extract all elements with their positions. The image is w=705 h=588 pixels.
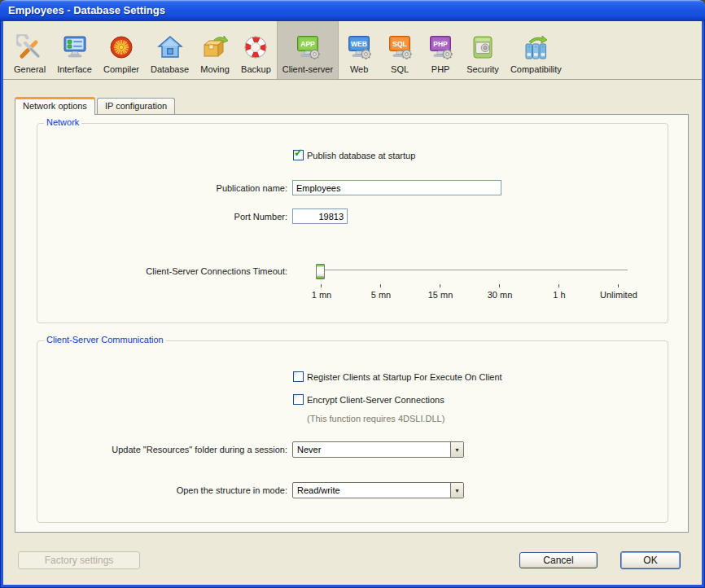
slider-tick bbox=[440, 284, 440, 287]
toolbar-item-label: Moving bbox=[200, 64, 229, 74]
network-group-title: Network bbox=[44, 117, 81, 127]
toolbar-item-label: Interface bbox=[57, 64, 92, 74]
toolbar-item-label: Backup bbox=[241, 64, 271, 74]
slider-label-unlimited: Unlimited bbox=[586, 290, 651, 300]
open-structure-dropdown[interactable]: Read/write ▼ bbox=[292, 482, 464, 498]
slider-label-30mn: 30 mn bbox=[467, 290, 532, 300]
toolbar-item-label: Database bbox=[151, 64, 189, 74]
toolbar-item-database[interactable]: Database bbox=[145, 21, 195, 79]
toolbar-item-label: Compiler bbox=[103, 64, 139, 74]
update-resources-value: Never bbox=[293, 442, 450, 457]
factory-settings-button[interactable]: Factory settings bbox=[18, 551, 140, 569]
toolbar-item-php[interactable]: PHP PHP bbox=[420, 21, 461, 79]
tab-content-area: Network options IP configuration Network… bbox=[3, 80, 702, 585]
toolbar-item-client-server[interactable]: APP Client-server bbox=[277, 21, 339, 79]
toolbar-item-label: Compatibility bbox=[510, 64, 562, 74]
dialog-body: General Interface bbox=[3, 21, 702, 585]
network-options-panel: Network ✓ Publish database at startup Pu… bbox=[15, 114, 689, 533]
open-structure-value: Read/write bbox=[293, 483, 450, 498]
chevron-down-icon[interactable]: ▼ bbox=[450, 483, 463, 498]
chevron-down-icon[interactable]: ▼ bbox=[450, 442, 463, 457]
checkbox-box[interactable]: ✓ bbox=[293, 150, 304, 160]
toolbar-item-backup[interactable]: Backup bbox=[235, 21, 277, 79]
toolbar-item-label: SQL bbox=[391, 64, 409, 74]
port-number-label: Port Number: bbox=[15, 212, 287, 222]
svg-text:WEB: WEB bbox=[351, 40, 367, 48]
tab-network-options[interactable]: Network options bbox=[15, 97, 95, 115]
encrypt-requirement-note: (This function requires 4DSLI.DLL) bbox=[307, 414, 444, 423]
tab-bar: Network options IP configuration bbox=[15, 97, 177, 114]
interface-monitor-icon bbox=[60, 33, 90, 63]
toolbar-item-label: General bbox=[14, 64, 46, 74]
safe-icon bbox=[468, 33, 497, 63]
slider-tick bbox=[558, 284, 559, 287]
slider-tick bbox=[618, 284, 619, 287]
publication-name-label: Publication name: bbox=[15, 183, 287, 193]
slider-label-15mn: 15 mn bbox=[408, 290, 473, 300]
slider-label-1mn: 1 mn bbox=[289, 290, 354, 300]
slider-tick bbox=[321, 284, 322, 287]
toolbar-item-web[interactable]: WEB Web bbox=[339, 21, 379, 79]
toolbar-item-interface[interactable]: Interface bbox=[51, 21, 98, 79]
timeout-slider-track[interactable] bbox=[320, 270, 628, 271]
checkbox-box[interactable] bbox=[293, 394, 304, 405]
toolbar-item-security[interactable]: Security bbox=[461, 21, 505, 79]
toolbar-item-label: Web bbox=[350, 64, 368, 74]
checkbox-box[interactable] bbox=[293, 371, 304, 382]
toolbar-item-label: Security bbox=[466, 64, 499, 74]
toolbar-item-label: Client-server bbox=[282, 64, 333, 74]
toolbar-item-sql[interactable]: SQL SQL bbox=[379, 21, 420, 79]
open-structure-label: Open the structure in mode: bbox=[15, 485, 287, 495]
window-title: Employees - Database Settings bbox=[0, 0, 705, 21]
publish-database-checkbox[interactable]: ✓ Publish database at startup bbox=[293, 150, 415, 160]
svg-text:APP: APP bbox=[300, 40, 315, 48]
toolbar-item-label: PHP bbox=[431, 64, 450, 74]
settings-dialog: Employees - Database Settings General bbox=[0, 0, 705, 588]
app-server-monitor-icon: APP bbox=[293, 33, 322, 63]
toolbar-item-compiler[interactable]: Compiler bbox=[98, 21, 145, 79]
slider-tick bbox=[499, 284, 500, 287]
register-clients-label: Register Clients at Startup For Execute … bbox=[307, 372, 502, 382]
slider-label-5mn: 5 mn bbox=[348, 290, 414, 300]
tools-icon bbox=[15, 33, 45, 63]
toolbar-item-compatibility[interactable]: Compatibility bbox=[505, 21, 567, 79]
toolbar-item-general[interactable]: General bbox=[8, 21, 51, 79]
timeout-label: Client-Server Connections Timeout: bbox=[15, 266, 287, 276]
encrypt-connections-label: Encrypt Client-Server Connections bbox=[307, 395, 444, 405]
ok-button[interactable]: OK bbox=[620, 551, 681, 569]
sql-monitor-icon: SQL bbox=[385, 33, 414, 63]
title-bar: Employees - Database Settings bbox=[0, 0, 705, 21]
web-monitor-icon: WEB bbox=[344, 33, 374, 63]
svg-text:SQL: SQL bbox=[392, 40, 406, 48]
timeout-slider-thumb[interactable] bbox=[316, 264, 325, 279]
slider-tick bbox=[380, 284, 381, 287]
update-resources-dropdown[interactable]: Never ▼ bbox=[292, 441, 464, 458]
update-resources-label: Update "Resources" folder during a sessi… bbox=[15, 445, 287, 454]
register-clients-checkbox[interactable]: Register Clients at Startup For Execute … bbox=[293, 371, 502, 382]
tab-ip-configuration[interactable]: IP configuration bbox=[97, 98, 175, 114]
moving-box-icon bbox=[200, 33, 230, 63]
home-icon bbox=[155, 33, 185, 63]
port-number-field[interactable] bbox=[292, 208, 348, 224]
publish-database-label: Publish database at startup bbox=[307, 151, 415, 160]
settings-toolbar: General Interface bbox=[3, 21, 702, 80]
publication-name-field[interactable] bbox=[292, 180, 501, 195]
check-mark-icon: ✓ bbox=[294, 147, 303, 158]
cancel-button[interactable]: Cancel bbox=[519, 552, 598, 568]
cs-communication-group-title: Client-Server Communication bbox=[44, 335, 166, 344]
toolbar-item-moving[interactable]: Moving bbox=[195, 21, 235, 79]
slider-label-1h: 1 h bbox=[527, 290, 592, 300]
svg-text:PHP: PHP bbox=[433, 40, 448, 48]
encrypt-connections-checkbox[interactable]: Encrypt Client-Server Connections bbox=[293, 394, 444, 405]
php-monitor-icon: PHP bbox=[426, 33, 455, 63]
compiler-wheel-icon bbox=[107, 33, 136, 63]
binders-arrow-icon bbox=[521, 33, 550, 63]
lifebuoy-icon bbox=[241, 33, 270, 63]
